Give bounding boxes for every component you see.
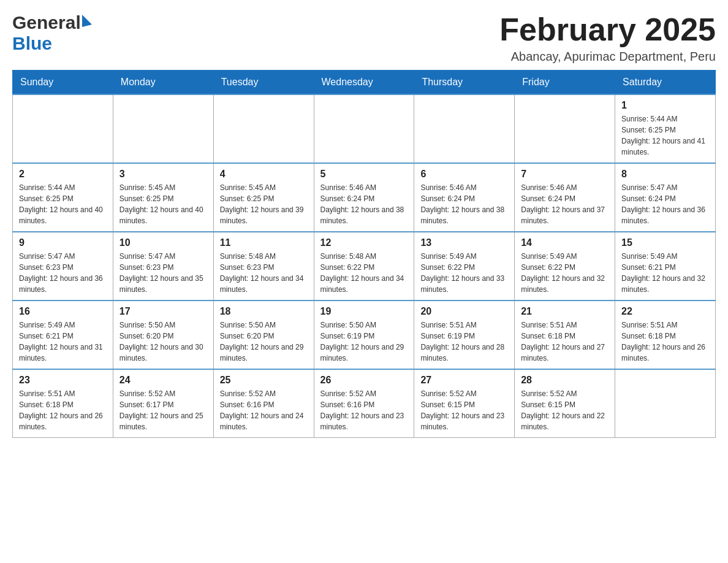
day-info: Sunrise: 5:50 AM Sunset: 6:19 PM Dayligh… (320, 320, 408, 364)
calendar-cell: 18Sunrise: 5:50 AM Sunset: 6:20 PM Dayli… (213, 301, 314, 369)
day-number: 28 (521, 375, 609, 386)
calendar-cell: 5Sunrise: 5:46 AM Sunset: 6:24 PM Daylig… (314, 163, 414, 232)
day-info: Sunrise: 5:51 AM Sunset: 6:18 PM Dayligh… (521, 320, 609, 364)
day-info: Sunrise: 5:52 AM Sunset: 6:16 PM Dayligh… (320, 388, 408, 432)
calendar-cell: 21Sunrise: 5:51 AM Sunset: 6:18 PM Dayli… (515, 301, 615, 369)
calendar-cell: 9Sunrise: 5:47 AM Sunset: 6:23 PM Daylig… (13, 232, 113, 301)
calendar-week-row: 9Sunrise: 5:47 AM Sunset: 6:23 PM Daylig… (13, 232, 716, 301)
day-number: 6 (420, 169, 508, 180)
day-info: Sunrise: 5:51 AM Sunset: 6:18 PM Dayligh… (621, 320, 709, 364)
column-header-wednesday: Wednesday (314, 71, 414, 95)
day-number: 5 (320, 169, 408, 180)
calendar-cell: 17Sunrise: 5:50 AM Sunset: 6:20 PM Dayli… (113, 301, 213, 369)
calendar-cell (213, 94, 314, 163)
day-info: Sunrise: 5:49 AM Sunset: 6:22 PM Dayligh… (420, 251, 508, 295)
day-number: 4 (220, 169, 308, 180)
calendar-header-row: SundayMondayTuesdayWednesdayThursdayFrid… (13, 71, 716, 95)
calendar-cell: 26Sunrise: 5:52 AM Sunset: 6:16 PM Dayli… (314, 369, 414, 438)
day-info: Sunrise: 5:46 AM Sunset: 6:24 PM Dayligh… (320, 182, 408, 226)
day-info: Sunrise: 5:45 AM Sunset: 6:25 PM Dayligh… (220, 182, 308, 226)
calendar-cell: 22Sunrise: 5:51 AM Sunset: 6:18 PM Dayli… (615, 301, 716, 369)
calendar-week-row: 16Sunrise: 5:49 AM Sunset: 6:21 PM Dayli… (13, 301, 716, 369)
logo-general-text: General (12, 12, 81, 33)
calendar-cell: 4Sunrise: 5:45 AM Sunset: 6:25 PM Daylig… (213, 163, 314, 232)
day-number: 15 (621, 237, 709, 248)
calendar-cell (615, 369, 716, 438)
column-header-sunday: Sunday (13, 71, 113, 95)
day-number: 7 (521, 169, 609, 180)
day-info: Sunrise: 5:51 AM Sunset: 6:18 PM Dayligh… (19, 388, 107, 432)
day-info: Sunrise: 5:48 AM Sunset: 6:23 PM Dayligh… (220, 251, 308, 295)
day-info: Sunrise: 5:52 AM Sunset: 6:15 PM Dayligh… (521, 388, 609, 432)
day-info: Sunrise: 5:49 AM Sunset: 6:22 PM Dayligh… (521, 251, 609, 295)
day-number: 11 (220, 237, 308, 248)
day-number: 25 (220, 375, 308, 386)
calendar-cell: 3Sunrise: 5:45 AM Sunset: 6:25 PM Daylig… (113, 163, 213, 232)
column-header-monday: Monday (113, 71, 213, 95)
day-info: Sunrise: 5:52 AM Sunset: 6:15 PM Dayligh… (420, 388, 508, 432)
calendar-cell: 19Sunrise: 5:50 AM Sunset: 6:19 PM Dayli… (314, 301, 414, 369)
calendar-week-row: 23Sunrise: 5:51 AM Sunset: 6:18 PM Dayli… (13, 369, 716, 438)
calendar-cell: 27Sunrise: 5:52 AM Sunset: 6:15 PM Dayli… (414, 369, 515, 438)
day-number: 22 (621, 306, 709, 317)
day-number: 12 (320, 237, 408, 248)
location-title: Abancay, Apurimac Department, Peru (499, 50, 716, 64)
day-info: Sunrise: 5:47 AM Sunset: 6:24 PM Dayligh… (621, 182, 709, 226)
day-number: 24 (119, 375, 207, 386)
column-header-friday: Friday (515, 71, 615, 95)
day-info: Sunrise: 5:47 AM Sunset: 6:23 PM Dayligh… (119, 251, 207, 295)
day-info: Sunrise: 5:46 AM Sunset: 6:24 PM Dayligh… (521, 182, 609, 226)
day-number: 8 (621, 169, 709, 180)
calendar-week-row: 1Sunrise: 5:44 AM Sunset: 6:25 PM Daylig… (13, 94, 716, 163)
day-info: Sunrise: 5:44 AM Sunset: 6:25 PM Dayligh… (621, 113, 709, 158)
column-header-saturday: Saturday (615, 71, 716, 95)
day-number: 27 (420, 375, 508, 386)
calendar-cell: 1Sunrise: 5:44 AM Sunset: 6:25 PM Daylig… (615, 94, 716, 163)
calendar-cell: 11Sunrise: 5:48 AM Sunset: 6:23 PM Dayli… (213, 232, 314, 301)
day-info: Sunrise: 5:50 AM Sunset: 6:20 PM Dayligh… (119, 320, 207, 364)
day-number: 21 (521, 306, 609, 317)
day-number: 19 (320, 306, 408, 317)
day-info: Sunrise: 5:52 AM Sunset: 6:16 PM Dayligh… (220, 388, 308, 432)
day-info: Sunrise: 5:47 AM Sunset: 6:23 PM Dayligh… (19, 251, 107, 295)
day-number: 1 (621, 100, 709, 111)
day-info: Sunrise: 5:46 AM Sunset: 6:24 PM Dayligh… (420, 182, 508, 226)
calendar-table: SundayMondayTuesdayWednesdayThursdayFrid… (12, 70, 716, 438)
day-info: Sunrise: 5:48 AM Sunset: 6:22 PM Dayligh… (320, 251, 408, 295)
calendar-cell: 7Sunrise: 5:46 AM Sunset: 6:24 PM Daylig… (515, 163, 615, 232)
calendar-cell (314, 94, 414, 163)
calendar-cell: 14Sunrise: 5:49 AM Sunset: 6:22 PM Dayli… (515, 232, 615, 301)
day-info: Sunrise: 5:45 AM Sunset: 6:25 PM Dayligh… (119, 182, 207, 226)
calendar-cell: 28Sunrise: 5:52 AM Sunset: 6:15 PM Dayli… (515, 369, 615, 438)
day-number: 14 (521, 237, 609, 248)
calendar-cell: 2Sunrise: 5:44 AM Sunset: 6:25 PM Daylig… (13, 163, 113, 232)
calendar-cell (113, 94, 213, 163)
day-number: 13 (420, 237, 508, 248)
calendar-cell: 10Sunrise: 5:47 AM Sunset: 6:23 PM Dayli… (113, 232, 213, 301)
day-info: Sunrise: 5:49 AM Sunset: 6:21 PM Dayligh… (19, 320, 107, 364)
day-number: 26 (320, 375, 408, 386)
logo: General Blue (12, 12, 92, 54)
day-number: 20 (420, 306, 508, 317)
column-header-tuesday: Tuesday (213, 71, 314, 95)
day-info: Sunrise: 5:52 AM Sunset: 6:17 PM Dayligh… (119, 388, 207, 432)
calendar-cell: 15Sunrise: 5:49 AM Sunset: 6:21 PM Dayli… (615, 232, 716, 301)
day-number: 16 (19, 306, 107, 317)
month-title: February 2025 (499, 12, 716, 47)
calendar-cell: 16Sunrise: 5:49 AM Sunset: 6:21 PM Dayli… (13, 301, 113, 369)
calendar-cell (414, 94, 515, 163)
calendar-cell: 24Sunrise: 5:52 AM Sunset: 6:17 PM Dayli… (113, 369, 213, 438)
day-number: 18 (220, 306, 308, 317)
calendar-cell: 25Sunrise: 5:52 AM Sunset: 6:16 PM Dayli… (213, 369, 314, 438)
page-header: General Blue February 2025 Abancay, Apur… (12, 12, 716, 64)
day-number: 9 (19, 237, 107, 248)
day-info: Sunrise: 5:44 AM Sunset: 6:25 PM Dayligh… (19, 182, 107, 226)
calendar-cell: 20Sunrise: 5:51 AM Sunset: 6:19 PM Dayli… (414, 301, 515, 369)
calendar-cell: 12Sunrise: 5:48 AM Sunset: 6:22 PM Dayli… (314, 232, 414, 301)
calendar-week-row: 2Sunrise: 5:44 AM Sunset: 6:25 PM Daylig… (13, 163, 716, 232)
calendar-cell (515, 94, 615, 163)
day-info: Sunrise: 5:51 AM Sunset: 6:19 PM Dayligh… (420, 320, 508, 364)
column-header-thursday: Thursday (414, 71, 515, 95)
calendar-cell (13, 94, 113, 163)
title-section: February 2025 Abancay, Apurimac Departme… (499, 12, 716, 64)
